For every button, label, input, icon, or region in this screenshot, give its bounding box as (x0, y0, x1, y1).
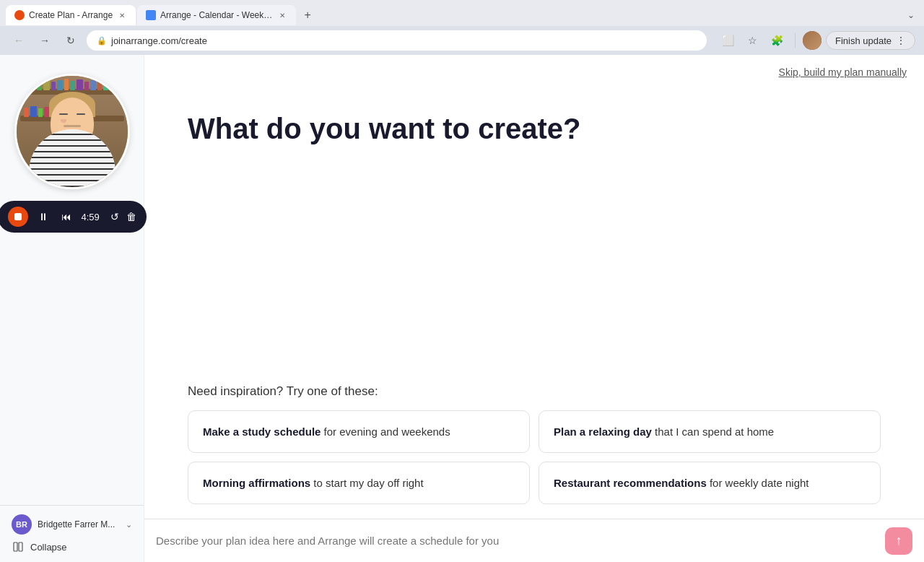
tab-create-plan[interactable]: Create Plan - Arrange ✕ (6, 5, 136, 25)
collapse-label: Collapse (30, 542, 67, 553)
content-area: What do you want to create? Need inspira… (144, 55, 924, 519)
delete-button[interactable]: 🗑 (126, 211, 136, 222)
video-area: ⏸ ⏮ 4:59 ↺ 🗑 (0, 55, 144, 244)
divider (795, 33, 796, 48)
tab-bar: Create Plan - Arrange ✕ Arrange - Calend… (0, 0, 924, 26)
inspiration-label: Need inspiration? Try one of these: (188, 384, 881, 399)
finish-update-button[interactable]: Finish update ⋮ (826, 31, 915, 50)
url-text: joinarrange.com/create (111, 35, 207, 46)
more-options-icon: ⋮ (896, 35, 906, 46)
main-content: Skip, build my plan manually What do you… (144, 55, 924, 562)
svg-rect-0 (14, 542, 17, 551)
card-text-1: Make a study schedule for evening and we… (203, 425, 450, 438)
new-tab-button[interactable]: + (297, 5, 318, 25)
bottom-input-bar: ↑ (144, 519, 924, 562)
tab-close-2[interactable]: ✕ (277, 10, 287, 20)
browser-actions: ⬜ ☆ 🧩 Finish update ⋮ (718, 30, 915, 51)
send-icon: ↑ (896, 533, 902, 548)
time-display: 4:59 (82, 212, 103, 222)
user-chevron-icon: ⌄ (126, 520, 132, 529)
finish-update-label: Finish update (835, 35, 892, 46)
card-text-2: Plan a relaxing day that I can spend at … (554, 425, 774, 438)
suggestion-card-restaurant[interactable]: Restaurant recommendations for weekly da… (539, 462, 881, 504)
inspiration-section: Need inspiration? Try one of these: Make… (188, 384, 881, 504)
tab-label-1: Create Plan - Arrange (29, 10, 113, 20)
bookmark-button[interactable]: ☆ (743, 30, 763, 51)
suggestion-cards-grid: Make a study schedule for evening and we… (188, 410, 881, 504)
suggestion-card-relaxing[interactable]: Plan a relaxing day that I can spend at … (539, 410, 881, 453)
card-bold-3: Morning affirmations (203, 477, 310, 489)
sidebar-footer: BR Bridgette Farrer M... ⌄ Collapse (0, 505, 144, 562)
stop-button[interactable] (8, 207, 28, 227)
card-bold-1: Make a study schedule (203, 425, 321, 438)
card-text-4: Restaurant recommendations for weekly da… (554, 477, 808, 489)
tab-favicon-2 (146, 10, 156, 20)
user-info[interactable]: BR Bridgette Farrer M... ⌄ (12, 514, 132, 535)
reload-button[interactable]: ↻ (61, 30, 81, 51)
rewind-button[interactable]: ⏮ (58, 209, 74, 225)
card-bold-4: Restaurant recommendations (554, 477, 707, 489)
address-bar: ← → ↻ 🔒 joinarrange.com/create ⬜ ☆ 🧩 Fin… (0, 26, 924, 55)
sidebar-spacer (0, 244, 144, 505)
user-avatar: BR (12, 514, 32, 535)
tab-close-1[interactable]: ✕ (117, 10, 127, 20)
forward-button[interactable]: → (35, 30, 55, 51)
card-rest-2: that I can spend at home (652, 425, 774, 438)
screen-share-button[interactable]: ⬜ (718, 30, 738, 51)
card-bold-2: Plan a relaxing day (554, 425, 652, 438)
profile-avatar[interactable] (803, 31, 821, 50)
player-controls: ⏸ ⏮ 4:59 ↺ 🗑 (0, 201, 147, 233)
suggestion-card-affirmations[interactable]: Morning affirmations to start my day off… (188, 462, 530, 504)
card-rest-4: for weekly date night (707, 477, 809, 489)
page-body: ⏸ ⏮ 4:59 ↺ 🗑 BR Bridgette Farrer M... ⌄ (0, 55, 924, 562)
user-video (14, 74, 130, 189)
collapse-icon (12, 540, 25, 553)
back-button[interactable]: ← (9, 30, 29, 51)
tab-calendar[interactable]: Arrange - Calendar - Week o... ✕ (137, 5, 296, 25)
user-name-label: Bridgette Farrer M... (38, 519, 120, 529)
replay-button[interactable]: ↺ (110, 211, 119, 222)
pause-button[interactable]: ⏸ (35, 209, 51, 225)
svg-rect-1 (19, 542, 22, 551)
address-input[interactable]: 🔒 joinarrange.com/create (87, 30, 707, 51)
plan-input[interactable] (156, 529, 878, 553)
collapse-item[interactable]: Collapse (12, 540, 132, 553)
tab-favicon-1 (14, 10, 25, 20)
lock-icon: 🔒 (97, 36, 107, 46)
browser-chrome: Create Plan - Arrange ✕ Arrange - Calend… (0, 0, 924, 55)
suggestion-card-study[interactable]: Make a study schedule for evening and we… (188, 410, 530, 453)
user-initials: BR (16, 520, 27, 529)
books-row-1 (24, 77, 108, 90)
page-title: What do you want to create? (188, 113, 881, 145)
tab-bar-expand[interactable]: ⌄ (904, 8, 918, 22)
card-rest-1: for evening and weekends (321, 425, 450, 438)
extensions-button[interactable]: 🧩 (767, 30, 788, 51)
card-text-3: Morning affirmations to start my day off… (203, 477, 424, 489)
tab-label-2: Arrange - Calendar - Week o... (160, 10, 273, 20)
stop-icon (14, 213, 22, 220)
card-rest-3: to start my day off right (310, 477, 423, 489)
send-button[interactable]: ↑ (885, 527, 912, 555)
skip-link[interactable]: Skip, build my plan manually (779, 66, 907, 78)
sidebar: ⏸ ⏮ 4:59 ↺ 🗑 BR Bridgette Farrer M... ⌄ (0, 55, 144, 562)
